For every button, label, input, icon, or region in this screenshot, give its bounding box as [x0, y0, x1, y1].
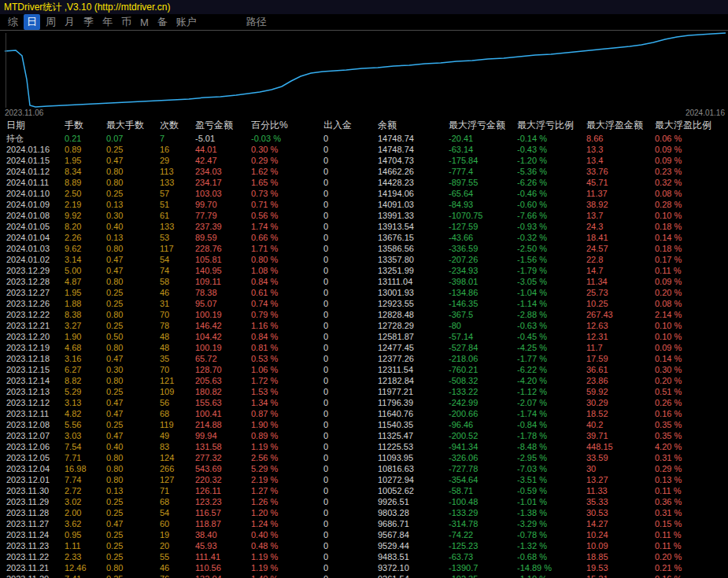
cell-8: -200.52: [449, 430, 517, 441]
table-row[interactable]: 2023.11.273.620.4760118.871.24 %09686.71…: [0, 518, 728, 529]
table-row[interactable]: 2024.01.089.920.306177.790.56 %013991.33…: [0, 210, 728, 221]
column-header-7[interactable]: 余额: [378, 119, 449, 132]
cell-2: 0.40: [106, 441, 160, 452]
table-row[interactable]: 2023.12.156.270.3070128.701.06 %012311.5…: [0, 364, 728, 375]
menu-item-日[interactable]: 日: [24, 14, 40, 30]
cell-3: 48: [160, 342, 195, 353]
cell-2: 0.25: [106, 540, 160, 551]
cell-1: 4.82: [65, 408, 106, 419]
table-row[interactable]: 2023.12.123.130.4756155.631.34 %011796.3…: [0, 397, 728, 408]
table-row[interactable]: 2023.12.148.820.80121205.631.72 %012182.…: [0, 375, 728, 386]
table-row[interactable]: 2023.12.114.820.4768100.410.87 %011640.7…: [0, 408, 728, 419]
column-header-2[interactable]: 最大手数: [106, 119, 160, 132]
table-row[interactable]: 2023.12.057.710.80124277.322.56 %011093.…: [0, 452, 728, 463]
table-row[interactable]: 2023.12.194.680.8048100.190.81 %012477.4…: [0, 342, 728, 353]
menu-item-path[interactable]: 路径: [246, 15, 267, 29]
cell-4: 118.87: [195, 518, 251, 529]
menu-item-币[interactable]: 币: [118, 14, 135, 30]
table-row[interactable]: 2023.12.295.000.4774140.951.08 %013251.9…: [0, 265, 728, 276]
cell-8: -65.64: [449, 188, 517, 199]
column-header-10[interactable]: 最大浮盈金额: [586, 119, 655, 132]
table-row[interactable]: 2024.01.102.500.2557103.030.73 %014194.0…: [0, 188, 728, 199]
table-row[interactable]: 2023.11.293.020.2568123.231.26 %09926.51…: [0, 496, 728, 507]
position-row[interactable]: 持仓0.210.077-5.01-0.03 %014748.74-20.41-0…: [0, 133, 728, 144]
cell-7: 12311.54: [378, 364, 449, 375]
menu-item-周[interactable]: 周: [42, 14, 59, 30]
menu-item-综[interactable]: 综: [5, 14, 21, 30]
table-row[interactable]: 2024.01.039.620.80117228.761.71 %013586.…: [0, 243, 728, 254]
cell-0: 2023.12.05: [6, 452, 65, 463]
table-row[interactable]: 2024.01.092.190.135199.700.71 %014091.03…: [0, 199, 728, 210]
cell-1: 2.72: [65, 485, 106, 496]
table-row[interactable]: 2023.12.213.270.2578146.421.16 %012728.2…: [0, 320, 728, 331]
equity-chart-svg: [0, 31, 728, 118]
table-row[interactable]: 2023.12.201.900.5048104.420.84 %012581.8…: [0, 331, 728, 342]
cell-4: 132.04: [195, 573, 251, 578]
table-row[interactable]: 2024.01.042.260.135389.590.66 %013676.15…: [0, 232, 728, 243]
cell-6: 0: [323, 364, 378, 375]
table-row[interactable]: 2024.01.160.890.251644.010.30 %014748.74…: [0, 144, 728, 155]
cell-10: 13.3: [586, 144, 655, 155]
column-header-8[interactable]: 最大浮亏金额: [449, 119, 517, 132]
cell-11: 0.20 %: [655, 551, 728, 562]
menu-item-季[interactable]: 季: [80, 14, 97, 30]
table-row[interactable]: 2023.12.183.160.473565.720.53 %012377.26…: [0, 353, 728, 364]
table-row[interactable]: 2024.01.058.200.40133237.391.74 %013913.…: [0, 221, 728, 232]
column-header-5[interactable]: 百分比%: [251, 119, 323, 132]
table-row[interactable]: 2023.12.284.870.8058109.110.84 %013111.0…: [0, 276, 728, 287]
table-row[interactable]: 2023.12.017.740.80127220.322.19 %010272.…: [0, 474, 728, 485]
cell-7: 12377.26: [378, 353, 449, 364]
column-header-3[interactable]: 次数: [160, 119, 195, 132]
cell-4: 109.11: [195, 276, 251, 287]
table-row[interactable]: 2024.01.023.140.4754105.810.80 %013357.8…: [0, 254, 728, 265]
cell-5: 1.34 %: [251, 397, 323, 408]
table-row[interactable]: 2023.12.271.950.254678.380.61 %013001.93…: [0, 287, 728, 298]
cell-8: -508.32: [449, 375, 517, 386]
table-body: 持仓0.210.077-5.01-0.03 %014748.74-20.41-0…: [0, 133, 728, 578]
table-row[interactable]: 2023.12.085.560.25119214.881.90 %011540.…: [0, 419, 728, 430]
column-header-9[interactable]: 最大浮亏比例: [517, 119, 586, 132]
cell-0: 2024.01.03: [6, 243, 65, 254]
cell-6: 0: [323, 254, 378, 265]
table-row[interactable]: 2023.11.231.110.252045.930.48 %09529.44-…: [0, 540, 728, 551]
column-header-1[interactable]: 手数: [65, 119, 106, 132]
menu-item-M[interactable]: M: [137, 16, 152, 29]
cell-10: 59.92: [586, 386, 655, 397]
cell-6: 0: [323, 276, 378, 287]
cell-7: 13357.80: [378, 254, 449, 265]
cell-10: 39.71: [586, 430, 655, 441]
cell-5: 1.62 %: [251, 166, 323, 177]
cell-11: 0.18 %: [655, 243, 728, 254]
table-row[interactable]: 2023.11.222.330.2555111.411.19 %09483.51…: [0, 551, 728, 562]
cell-9: -2.07 %: [517, 397, 586, 408]
table-row[interactable]: 2023.12.261.880.253195.070.74 %012923.55…: [0, 298, 728, 309]
cell-1: 3.27: [65, 320, 106, 331]
table-row[interactable]: 2024.01.118.890.80133234.171.65 %014428.…: [0, 177, 728, 188]
table-row[interactable]: 2023.12.135.290.25109180.821.53 %011977.…: [0, 386, 728, 397]
cell-3: 29: [160, 155, 195, 166]
table-row[interactable]: 2023.12.067.540.4083131.581.19 %011225.5…: [0, 441, 728, 452]
table-row[interactable]: 2023.11.2112.460.8046110.561.19 %09372.1…: [0, 562, 728, 573]
menu-item-备[interactable]: 备: [154, 14, 171, 30]
menu-item-账户[interactable]: 账户: [173, 14, 200, 30]
table-row[interactable]: 2023.12.073.030.474999.940.89 %011325.47…: [0, 430, 728, 441]
cell-4: 38.40: [195, 529, 251, 540]
table-row[interactable]: 2023.12.228.380.8070100.190.79 %012828.4…: [0, 309, 728, 320]
cell-5: 0.74 %: [251, 298, 323, 309]
table-row[interactable]: 2023.11.207.410.2576132.041.40 %09261.54…: [0, 573, 728, 578]
equity-chart[interactable]: 2023.11.06 2024.01.16: [0, 31, 728, 118]
table-row[interactable]: 2024.01.128.340.80113234.031.62 %014662.…: [0, 166, 728, 177]
menu-item-月[interactable]: 月: [61, 14, 78, 30]
table-row[interactable]: 2024.01.151.950.472942.470.29 %014704.73…: [0, 155, 728, 166]
column-header-6[interactable]: 出入金: [323, 119, 378, 132]
table-row[interactable]: 2023.11.302.720.1371126.111.27 %010052.6…: [0, 485, 728, 496]
table-row[interactable]: 2023.11.240.950.251938.400.40 %09567.84-…: [0, 529, 728, 540]
table-row[interactable]: 2023.12.0416.980.80266543.695.29 %010816…: [0, 463, 728, 474]
menu-item-年[interactable]: 年: [99, 14, 116, 30]
cell-9: -0.32 %: [517, 232, 586, 243]
column-header-4[interactable]: 盈亏金额: [195, 119, 251, 132]
cell-1: 1.95: [65, 155, 106, 166]
column-header-11[interactable]: 最大浮盈比例: [655, 119, 728, 132]
column-header-0[interactable]: 日期: [6, 119, 65, 132]
table-row[interactable]: 2023.11.282.000.2554116.571.20 %09803.28…: [0, 507, 728, 518]
